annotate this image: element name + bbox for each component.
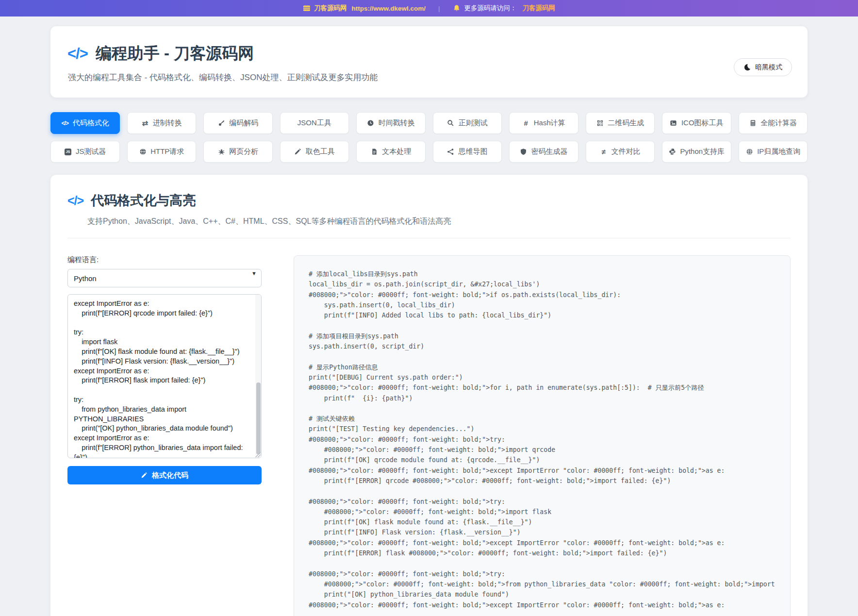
tab-base-convert[interactable]: ⇄ 进制转换 — [127, 112, 197, 134]
tab-code-format[interactable]: </> 代码格式化 — [50, 112, 120, 134]
tab-regex-test[interactable]: 正则测试 — [433, 112, 502, 134]
tab-file-diff[interactable]: ≠ 文件对比 — [586, 141, 655, 163]
code-icon: </> — [67, 194, 83, 208]
calculator-icon — [749, 119, 757, 127]
resize-handle[interactable] — [255, 452, 261, 457]
tab-timestamp-convert[interactable]: 时间戳转换 — [356, 112, 426, 134]
tab-ip-lookup[interactable]: IP归属地查询 — [739, 141, 808, 163]
code-format-panel: </> 代码格式化与高亮 支持Python、JavaScript、Java、C+… — [50, 175, 808, 616]
tab-http-request[interactable]: HTTP请求 — [127, 141, 197, 163]
qrcode-icon — [596, 119, 604, 127]
divider — [67, 238, 791, 238]
shield-icon — [520, 148, 528, 156]
tab-qrcode-gen[interactable]: 二维码生成 — [586, 112, 655, 134]
tab-js-tester[interactable]: JS JS测试器 — [50, 141, 120, 163]
site-name: 刀客源码网 — [314, 4, 347, 13]
share-nodes-icon — [447, 148, 455, 156]
site-logo-icon — [303, 4, 311, 12]
page-title: 编程助手 - 刀客源码网 — [96, 43, 254, 65]
js-icon: JS — [64, 148, 72, 156]
tab-web-analyze[interactable]: 网页分析 — [203, 141, 273, 163]
python-icon — [668, 148, 676, 156]
bell-icon — [453, 4, 461, 12]
tab-calculator[interactable]: 全能计算器 — [739, 112, 808, 134]
more-source-text: 更多源码请访问： — [464, 4, 517, 13]
hash-icon: # — [522, 119, 530, 127]
language-label: 编程语言: — [67, 255, 262, 265]
header-card: </> 编程助手 - 刀客源码网 强大的编程工具集合 - 代码格式化、编码转换、… — [50, 26, 808, 98]
key-icon — [217, 119, 225, 127]
format-code-button[interactable]: 格式化代码 — [67, 466, 262, 484]
tab-ico-tool[interactable]: ICO图标工具 — [662, 112, 731, 134]
tool-tabs: </> 代码格式化 ⇄ 进制转换 编码解码 JSON工具 — [50, 112, 808, 163]
pencil-icon — [141, 472, 148, 479]
tab-hash-calc[interactable]: # Hash计算 — [509, 112, 578, 134]
tab-password-gen[interactable]: 密码生成器 — [509, 141, 578, 163]
spider-icon — [217, 148, 225, 156]
page-subtitle: 强大的编程工具集合 - 代码格式化、编码转换、JSON处理、正则测试及更多实用功… — [68, 72, 791, 83]
textarea-scrollbar[interactable] — [255, 295, 261, 458]
section-title: 代码格式化与高亮 — [91, 192, 196, 209]
tab-text-process[interactable]: 文本处理 — [356, 141, 426, 163]
scrollbar-thumb[interactable] — [256, 383, 261, 454]
tab-encode-decode[interactable]: 编码解码 — [203, 112, 273, 134]
code-icon: </> — [61, 119, 69, 127]
tab-color-picker[interactable]: 取色工具 — [280, 141, 349, 163]
tab-json-tools[interactable]: JSON工具 — [280, 112, 349, 134]
eyedropper-icon — [294, 148, 302, 156]
search-icon — [447, 119, 455, 127]
format-button-label: 格式化代码 — [152, 471, 188, 480]
exchange-icon: ⇄ — [141, 119, 149, 127]
not-equal-icon: ≠ — [600, 148, 608, 156]
language-select[interactable]: Python — [67, 269, 262, 287]
format-output-code: # 添加local_libs目录到sys.path local_libs_dir… — [309, 269, 776, 610]
more-source-link[interactable]: 刀客源码网 — [523, 4, 556, 13]
dark-mode-label: 暗黑模式 — [755, 63, 782, 72]
topbar-separator: | — [438, 5, 440, 12]
file-text-icon — [370, 148, 378, 156]
section-subtitle: 支持Python、JavaScript、Java、C++、C#、HTML、CSS… — [87, 216, 791, 227]
image-icon — [670, 119, 677, 127]
clock-icon — [367, 119, 375, 127]
globe-icon — [139, 148, 147, 156]
format-output: # 添加local_libs目录到sys.path local_libs_dir… — [294, 255, 791, 616]
code-input[interactable]: except ImportError as e: print(f"[ERROR]… — [67, 294, 262, 458]
globe-icon — [745, 148, 753, 156]
site-url-link[interactable]: https://www.dkewl.com/ — [351, 5, 426, 12]
moon-icon — [743, 64, 751, 71]
top-announcement-bar: 刀客源码网 https://www.dkewl.com/ | 更多源码请访问： … — [0, 0, 858, 17]
tab-mindmap[interactable]: 思维导图 — [433, 141, 502, 163]
tab-python-libs[interactable]: Python支持库 — [662, 141, 731, 163]
dark-mode-button[interactable]: 暗黑模式 — [734, 58, 792, 76]
code-logo-icon: </> — [67, 45, 88, 63]
